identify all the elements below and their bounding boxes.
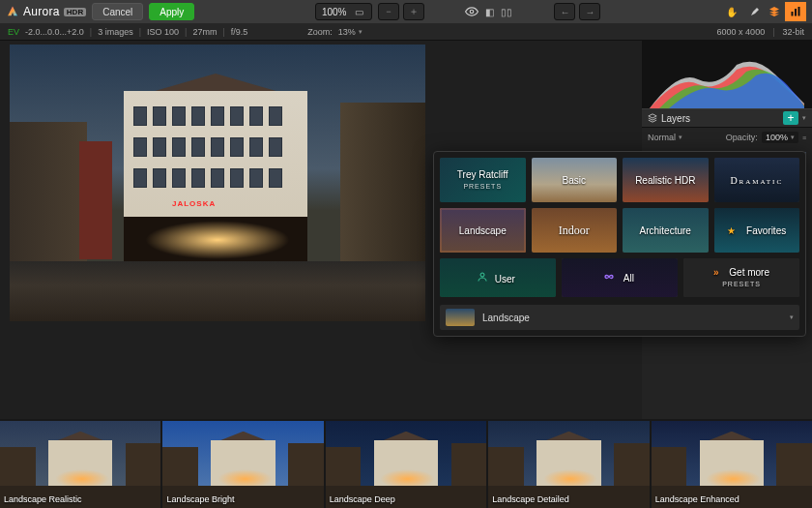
opacity-label: Opacity: (726, 133, 758, 142)
preset-label: Landscape Realistic (4, 494, 82, 504)
info-bar: EV -2.0...0.0...+2.0 | 3 images | ISO 10… (0, 23, 812, 41)
zoom-label: Zoom: (307, 27, 333, 37)
hand-tool-tab[interactable]: ✋ (721, 2, 742, 21)
opacity-dropdown[interactable]: 100%▾ (762, 132, 798, 143)
fit-screen-icon[interactable]: ▭ (352, 5, 365, 18)
preset-thumbnail[interactable]: Landscape Detailed (488, 421, 649, 508)
preset-category[interactable]: Realistic HDR (623, 158, 709, 202)
preset-category[interactable]: ★ Favorites (714, 208, 800, 253)
image-canvas[interactable]: JALOSKA (10, 45, 425, 321)
preset-thumbnail[interactable]: Landscape Enhanced (652, 421, 812, 508)
app-logo: Aurora HDR (6, 5, 86, 18)
history-tools: ← → (554, 3, 600, 20)
app-name: Aurora (23, 5, 60, 18)
layers-icon (648, 113, 657, 123)
layers-tab[interactable] (764, 2, 785, 21)
compare-tools: ◧ ▯▯ (465, 5, 513, 18)
sign-text: JALOSKA (172, 199, 216, 208)
preset-thumbnail[interactable]: Landscape Bright (162, 421, 323, 508)
aperture: f/9.5 (231, 27, 248, 37)
brush-tool-tab[interactable] (742, 2, 764, 21)
histogram-tab[interactable] (785, 2, 806, 21)
aurora-logo-icon (6, 5, 19, 18)
layers-menu-chevron[interactable]: ▾ (802, 114, 806, 122)
ev-value: -2.0...0.0...+2.0 (25, 27, 84, 37)
preset-category[interactable]: All (562, 258, 678, 297)
apply-button[interactable]: Apply (149, 3, 194, 20)
ev-label: EV (8, 27, 19, 37)
selected-preset-thumb (446, 309, 475, 326)
preset-category[interactable]: Basic (532, 158, 618, 202)
preset-thumbnail[interactable]: Landscape Deep (326, 421, 486, 508)
preset-strip: Landscape RealisticLandscape BrightLands… (0, 419, 812, 508)
focal-length: 27mm (192, 27, 217, 37)
preset-category[interactable]: Trey RatcliffPRESETS (440, 158, 526, 202)
svg-rect-1 (792, 12, 794, 16)
layers-panel-header: Layers + ▾ (642, 108, 812, 128)
preset-label: Landscape Deep (330, 494, 395, 504)
add-layer-button[interactable]: + (783, 111, 798, 125)
svg-rect-3 (798, 7, 800, 16)
preset-category[interactable]: Architecture (623, 208, 709, 253)
iso-value: ISO 100 (147, 27, 179, 37)
zoom-in-button[interactable]: ＋ (403, 3, 424, 20)
preset-categories-popover: Trey RatcliffPRESETSBasicRealistic HDRDr… (433, 151, 806, 337)
right-panel-tabs: ✋ (721, 2, 806, 21)
app-badge: HDR (64, 8, 86, 16)
preset-thumbnail[interactable]: Landscape Realistic (0, 421, 160, 508)
top-toolbar: Aurora HDR Cancel Apply 100% ▭ － ＋ ◧ ▯▯ … (0, 0, 812, 23)
compare-split-icon[interactable]: ◧ (482, 5, 496, 18)
blend-mode-dropdown[interactable]: Normal▾ (648, 133, 682, 142)
selected-preset-bar[interactable]: Landscape ▾ (440, 305, 799, 330)
zoom-tools: － ＋ (378, 3, 424, 20)
svg-point-0 (471, 10, 475, 14)
zoom-value: 100% (322, 7, 347, 17)
preset-category[interactable]: Indoor (532, 208, 618, 253)
zoom-out-button[interactable]: － (378, 3, 399, 20)
opacity-menu-icon[interactable]: ≡ (802, 134, 806, 141)
eye-icon[interactable] (465, 5, 478, 18)
preset-label: Landscape Enhanced (655, 494, 740, 504)
zoom-dropdown[interactable]: 13%▾ (338, 27, 362, 37)
layers-title: Layers (661, 113, 690, 124)
svg-rect-2 (795, 9, 797, 16)
preset-label: Landscape Detailed (492, 494, 569, 504)
layer-options: Normal▾ Opacity: 100%▾ ≡ (642, 128, 812, 147)
redo-button[interactable]: → (579, 3, 600, 20)
undo-button[interactable]: ← (554, 3, 575, 20)
zoom-pill[interactable]: 100% ▭ (315, 3, 373, 20)
histogram (642, 41, 812, 108)
svg-point-4 (480, 273, 484, 277)
preset-category[interactable]: Landscape (440, 208, 526, 253)
chevron-down-icon: ▾ (790, 314, 794, 321)
image-count: 3 images (98, 27, 133, 37)
cancel-button[interactable]: Cancel (92, 3, 143, 20)
bit-depth: 32-bit (782, 27, 804, 37)
preset-category[interactable]: » Get morePRESETS (683, 258, 799, 297)
preset-category[interactable]: Dramatic (714, 158, 800, 202)
compare-side-icon[interactable]: ▯▯ (500, 5, 513, 18)
image-dimensions: 6000 x 4000 (717, 27, 766, 37)
preset-label: Landscape Bright (166, 494, 234, 504)
preset-category[interactable]: User (440, 258, 556, 297)
selected-preset-label: Landscape (482, 313, 530, 323)
